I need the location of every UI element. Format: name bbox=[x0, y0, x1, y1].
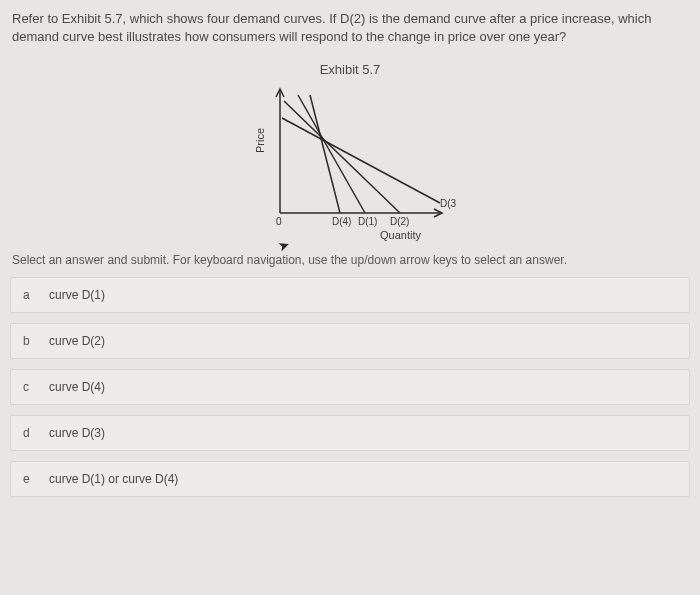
answer-key: d bbox=[23, 426, 49, 440]
question-text: Refer to Exhibit 5.7, which shows four d… bbox=[0, 0, 700, 54]
y-axis-label: Price bbox=[254, 128, 266, 153]
origin-label: 0 bbox=[276, 216, 282, 227]
x-axis-label: Quantity bbox=[380, 229, 421, 241]
d4-label: D(4) bbox=[332, 216, 351, 227]
answer-label: curve D(2) bbox=[49, 334, 105, 348]
answer-key: a bbox=[23, 288, 49, 302]
svg-line-5 bbox=[282, 118, 440, 203]
answer-label: curve D(4) bbox=[49, 380, 105, 394]
svg-line-4 bbox=[284, 101, 400, 213]
demand-curves-chart: Price 0 D(4) D(1) D(2) D(3 Quantity bbox=[240, 83, 460, 243]
answer-option-a[interactable]: a curve D(1) bbox=[10, 277, 690, 313]
answer-label: curve D(1) or curve D(4) bbox=[49, 472, 178, 486]
answer-option-b[interactable]: b curve D(2) bbox=[10, 323, 690, 359]
answer-option-c[interactable]: c curve D(4) bbox=[10, 369, 690, 405]
answer-option-e[interactable]: e curve D(1) or curve D(4) bbox=[10, 461, 690, 497]
d3-label: D(3 bbox=[440, 198, 457, 209]
answer-key: c bbox=[23, 380, 49, 394]
d1-label: D(1) bbox=[358, 216, 377, 227]
answer-label: curve D(3) bbox=[49, 426, 105, 440]
svg-line-3 bbox=[298, 95, 365, 213]
answer-option-d[interactable]: d curve D(3) bbox=[10, 415, 690, 451]
answer-key: e bbox=[23, 472, 49, 486]
answer-label: curve D(1) bbox=[49, 288, 105, 302]
instruction-text: Select an answer and submit. For keyboar… bbox=[0, 243, 700, 277]
answer-key: b bbox=[23, 334, 49, 348]
exhibit-title: Exhibit 5.7 bbox=[0, 62, 700, 77]
exhibit-section: Exhibit 5.7 Price 0 D(4) D(1) D(2) D(3 Q… bbox=[0, 62, 700, 243]
answer-list: a curve D(1) b curve D(2) c curve D(4) d… bbox=[0, 277, 700, 497]
svg-line-2 bbox=[310, 95, 340, 213]
d2-label: D(2) bbox=[390, 216, 409, 227]
